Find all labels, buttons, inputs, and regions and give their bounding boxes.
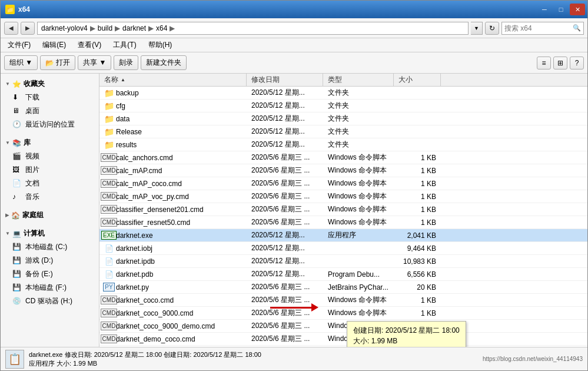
col-header-date[interactable]: 修改日期 [247,74,323,86]
breadcrumb-part-2[interactable]: build [98,24,112,32]
table-row[interactable]: 📁 cfg 2020/5/12 星期... 文件夹 [99,100,587,112]
main-window: 📁 x64 ─ □ ✕ ◀ ▶ darknet-yolov4 ▶ build ▶… [0,0,588,371]
search-input[interactable] [504,24,570,32]
table-row[interactable]: 📄 darknet.iobj 2020/5/12 星期... 9,464 KB [99,242,587,255]
favorites-header[interactable]: ▼ ⭐ 收藏夹 [1,77,99,91]
table-row[interactable]: 📄 darknet.pdb 2020/5/12 星期... Program De… [99,268,587,281]
view-pane-button[interactable]: ⊞ [553,57,567,69]
table-row[interactable]: CMD calc_mAP_coco.cmd 2020/5/6 星期三 ... W… [99,177,587,190]
file-icon-12: 📄 [104,244,114,253]
cell-date-12: 2020/5/12 星期... [247,242,323,254]
file-list-header: 名称 ▲ 修改日期 类型 大小 [99,74,587,87]
help-button[interactable]: ? [570,57,584,69]
table-row[interactable]: CMD darknet_demo_coco.cmd 2020/5/6 星期三 .… [99,333,587,346]
cell-name-10: CMD classifier_resnet50.cmd [99,216,247,228]
col-header-type[interactable]: 类型 [323,74,394,86]
address-bar-area: ◀ ▶ darknet-yolov4 ▶ build ▶ darknet ▶ x… [1,18,587,38]
table-row[interactable]: PY darknet.py 2020/5/6 星期三 ... JetBrains… [99,281,587,294]
cell-name-7: CMD calc_mAP_coco.cmd [99,177,247,190]
favorites-section: ▼ ⭐ 收藏夹 ⬇ 下载 🖥 桌面 🕐 最近访问的位置 [1,77,99,131]
cell-date-13: 2020/5/12 星期... [247,255,323,267]
cell-size-11: 2,041 KB [394,229,441,241]
main-content: ▼ ⭐ 收藏夹 ⬇ 下载 🖥 桌面 🕐 最近访问的位置 [1,74,587,347]
title-bar-controls: ─ □ ✕ [537,4,585,15]
organize-button[interactable]: 组织 ▼ [4,55,38,70]
arrow-indicator [270,303,318,312]
minimize-button[interactable]: ─ [537,4,552,15]
menu-file[interactable]: 文件(F) [4,39,34,51]
library-header[interactable]: ▼ 📚 库 [1,136,99,150]
menu-edit[interactable]: 编辑(E) [39,39,69,51]
homegroup-header[interactable]: ▶ 🏠 家庭组 [1,208,99,222]
breadcrumb-part-1[interactable]: darknet-yolov4 [41,24,88,32]
table-row[interactable]: CMD classifier_resnet50.cmd 2020/5/6 星期三… [99,216,587,229]
table-row[interactable]: CMD calc_mAP.cmd 2020/5/6 星期三 ... Window… [99,164,587,177]
sidebar-item-e-drive[interactable]: 💾 备份 (E:) [1,267,99,281]
table-row[interactable]: CMD calc_mAP_voc_py.cmd 2020/5/6 星期三 ...… [99,190,587,203]
file-icon-2: 📁 [104,114,114,124]
menu-help[interactable]: 帮助(H) [145,39,176,51]
menu-view[interactable]: 查看(V) [74,39,105,51]
refresh-button[interactable]: ↻ [485,22,499,35]
cell-name-9: CMD classifier_densenet201.cmd [99,203,247,216]
breadcrumb-part-3[interactable]: darknet [122,24,146,32]
address-bar[interactable]: darknet-yolov4 ▶ build ▶ darknet ▶ x64 ▶ [37,22,469,35]
cell-size-2 [394,112,441,125]
sidebar-item-documents[interactable]: 📄 文档 [1,177,99,190]
file-icon-17: CMD [104,309,114,318]
table-row[interactable]: CMD darknet_coco_9000_demo.cmd 2020/5/6 … [99,320,587,333]
col-header-name[interactable]: 名称 ▲ [99,74,247,86]
favorites-label: 收藏夹 [24,79,45,89]
table-row[interactable]: CMD darknet_coco_9000.cmd 2020/5/6 星期三 .… [99,307,587,320]
sidebar-item-video[interactable]: 🎬 视频 [1,150,99,163]
burn-button[interactable]: 刻录 [114,55,138,70]
cell-name-0: 📁 backup [99,87,247,99]
maximize-button[interactable]: □ [553,4,569,15]
menu-tools[interactable]: 工具(T) [109,39,139,51]
file-icon-18: CMD [104,322,114,331]
file-icon-3: 📁 [104,127,114,137]
cell-name-12: 📄 darknet.iobj [99,242,247,254]
breadcrumb-part-4[interactable]: x64 [156,24,167,32]
computer-header[interactable]: ▼ 💻 计算机 [1,227,99,240]
table-row[interactable]: CMD calc_anchors.cmd 2020/5/6 星期三 ... Wi… [99,151,587,164]
address-dropdown-button[interactable]: ▼ [471,22,483,35]
open-button[interactable]: 📂 打开 [40,55,75,70]
sidebar-item-music[interactable]: ♪ 音乐 [1,190,99,204]
sidebar-item-pictures[interactable]: 🖼 图片 [1,163,99,177]
sidebar-item-h-drive[interactable]: 💿 CD 驱动器 (H:) [1,294,99,308]
table-row[interactable]: 📁 Release 2020/5/12 星期... 文件夹 [99,125,587,138]
cell-type-1: 文件夹 [323,100,394,112]
table-row[interactable]: 📄 darknet.ipdb 2020/5/12 星期... 10,983 KB [99,255,587,268]
close-button[interactable]: ✕ [570,4,585,15]
cell-date-5: 2020/5/6 星期三 ... [247,151,323,164]
sidebar-item-downloads[interactable]: ⬇ 下载 [1,91,99,104]
library-triangle: ▼ [5,140,10,145]
share-button[interactable]: 共享 ▼ [78,55,111,70]
table-row[interactable]: CMD darknet_coco.cmd 2020/5/6 星期三 ... Wi… [99,294,587,307]
view-toggle-button[interactable]: ≡ [537,57,551,69]
e-drive-icon: 💾 [12,270,22,279]
cell-size-16: 1 KB [394,294,441,306]
sidebar-item-desktop[interactable]: 🖥 桌面 [1,104,99,118]
table-row[interactable]: CMD classifier_densenet201.cmd 2020/5/6 … [99,203,587,216]
table-row[interactable]: 📁 data 2020/5/12 星期... 文件夹 [99,112,587,125]
sidebar-item-c-drive[interactable]: 💾 本地磁盘 (C:) [1,240,99,254]
sidebar-item-recent[interactable]: 🕐 最近访问的位置 [1,118,99,131]
music-icon: ♪ [12,193,22,202]
h-drive-label: CD 驱动器 (H:) [25,296,72,306]
status-info: darknet.exe 修改日期: 2020/5/12 星期二 18:00 创建… [29,350,261,368]
table-row[interactable]: EXE darknet.exe 2020/5/12 星期... 应用程序 2,0… [99,229,587,242]
file-list-body[interactable]: 📁 backup 2020/5/12 星期... 文件夹 📁 cfg 2020/… [99,87,587,347]
sidebar-item-f-drive[interactable]: 💾 本地磁盘 (F:) [1,281,99,294]
table-row[interactable]: 📁 backup 2020/5/12 星期... 文件夹 [99,87,587,100]
new-folder-button[interactable]: 新建文件夹 [141,55,187,70]
col-header-size[interactable]: 大小 [394,74,441,86]
forward-button[interactable]: ▶ [21,22,35,35]
search-box[interactable]: 🔍 [501,22,584,35]
back-button[interactable]: ◀ [4,22,18,35]
table-row[interactable]: 📁 results 2020/5/12 星期... 文件夹 [99,138,587,151]
sidebar-item-d-drive[interactable]: 💾 游戏 (D:) [1,254,99,267]
cell-date-9: 2020/5/6 星期三 ... [247,203,323,216]
cell-type-5: Windows 命令脚本 [323,151,394,164]
